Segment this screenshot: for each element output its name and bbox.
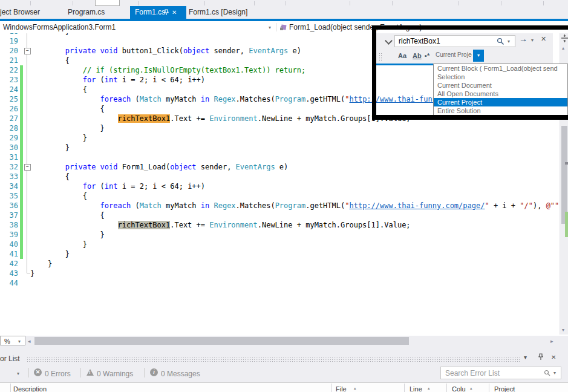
tab-form1-cs[interactable]: Form1.cs ✕ [130, 6, 186, 19]
fold-collapse-box[interactable]: − [24, 48, 31, 54]
code-text: { [30, 172, 70, 181]
code-line-35[interactable]: 35 { [0, 191, 568, 201]
line-number: 39 [0, 230, 18, 240]
column-header-line[interactable]: Line [410, 385, 422, 392]
change-tracking-bar [20, 240, 23, 249]
editor-bottom-bar: % ▾ ◂ ▸ [0, 336, 568, 346]
column-divider[interactable] [446, 384, 447, 392]
line-number: 38 [0, 220, 18, 230]
line-number: 29 [0, 133, 18, 143]
outline-margin-bend [27, 273, 30, 273]
line-number: 37 [0, 211, 18, 220]
change-tracking-bar [20, 65, 23, 75]
code-line-33[interactable]: 33 { [0, 172, 568, 181]
fold-collapse-box[interactable]: − [24, 164, 31, 171]
change-tracking-bar [20, 181, 23, 191]
line-number: 31 [0, 152, 18, 162]
code-line-30[interactable]: 30 } [0, 143, 568, 152]
chevron-down-icon[interactable]: ▾ [524, 354, 527, 361]
code-text: } [30, 123, 105, 133]
toolbar-separator [254, 1, 255, 5]
code-line-39[interactable]: 39 } [0, 230, 568, 240]
horizontal-scrollbar-thumb[interactable] [34, 337, 409, 345]
panel-title: or List [0, 354, 20, 363]
code-text: { [30, 85, 87, 94]
column-header-description[interactable]: Description [13, 385, 47, 392]
tab-form1-design[interactable]: Form1.cs [Design] [189, 6, 247, 19]
code-text: for (int i = 2; i < 64; i++) [30, 75, 205, 85]
scrollbar-caret-mark [565, 162, 568, 165]
code-line-42[interactable]: 42 } [0, 259, 568, 269]
error-list-column-headers: DescriptionFile▴Line▴Colu▴Project▴ [0, 382, 568, 392]
code-line-40[interactable]: 40 } [0, 240, 568, 249]
private-method-icon [279, 24, 287, 31]
navbar-divider [276, 23, 276, 31]
column-divider[interactable] [489, 384, 489, 392]
toolbar-separator [138, 1, 139, 5]
code-text: } [30, 249, 70, 259]
zoom-level-combo[interactable]: % ▾ [0, 336, 25, 345]
code-text: // if (string.IsNullOrEmpty(textBox1.Tex… [30, 65, 305, 75]
chevron-down-icon[interactable]: ▾ [17, 371, 19, 376]
chevron-down-icon[interactable]: ▾ [553, 370, 556, 376]
toolbar-separator [73, 1, 73, 5]
pin-icon[interactable] [538, 353, 544, 361]
messages-count[interactable]: 0 Messages [161, 370, 200, 378]
code-line-37[interactable]: 37 { [0, 211, 568, 220]
scroll-right-icon[interactable]: ▸ [550, 338, 553, 344]
type-dropdown[interactable]: WindowsFormsApplication3.Form1 [3, 23, 116, 31]
code-line-44[interactable]: 44 [0, 278, 568, 288]
change-tracking-bar [20, 211, 23, 220]
change-tracking-bar [20, 230, 23, 240]
tab-object-browser[interactable]: ject Browser [0, 6, 40, 19]
column-divider[interactable] [404, 384, 405, 392]
line-number: 27 [0, 114, 18, 123]
change-tracking-bar [20, 75, 23, 85]
code-line-28[interactable]: 28 } [0, 123, 568, 133]
line-number: 23 [0, 75, 18, 85]
chevron-down-icon[interactable]: ▾ [269, 25, 271, 30]
code-text: private void button1_Click(object sender… [30, 46, 301, 56]
annotation-rectangle [372, 25, 568, 120]
warnings-count[interactable]: 0 Warnings [97, 370, 133, 378]
code-line-34[interactable]: 34 for (int i = 2; i < 64; i++) [0, 181, 568, 191]
close-icon[interactable]: ✕ [551, 354, 556, 361]
magnifier-icon[interactable] [544, 370, 551, 377]
change-tracking-bar [20, 249, 23, 259]
line-number: 26 [0, 104, 18, 114]
column-header-file[interactable]: File [336, 385, 347, 392]
code-line-38[interactable]: 38 richTextBox1.Text += Environment.NewL… [0, 220, 568, 230]
change-tracking-bar [20, 152, 23, 162]
scroll-left-icon[interactable]: ◂ [28, 338, 31, 344]
scroll-down-icon[interactable]: ▾ [562, 327, 564, 333]
vertical-scrollbar-thumb[interactable] [561, 126, 567, 224]
code-line-36[interactable]: 36 foreach (Match myMatch in Regex.Match… [0, 201, 568, 211]
search-placeholder: Search Error List [445, 369, 500, 377]
document-tab-strip: ject Browser Program.cs Form1.cs ✕ Form1… [0, 6, 568, 19]
pin-icon[interactable] [163, 9, 169, 16]
scrollbar-change-mark [565, 212, 568, 237]
column-divider[interactable] [331, 384, 332, 392]
change-tracking-bar [20, 104, 23, 114]
change-tracking-bar [20, 114, 23, 123]
error-list-search-box[interactable]: Search Error List ▾ [440, 367, 561, 379]
column-divider[interactable] [10, 384, 11, 392]
toolbar-combo-partial[interactable] [95, 0, 120, 6]
code-line-29[interactable]: 29 } [0, 133, 568, 143]
code-line-32[interactable]: 32− private void Form1_Load(object sende… [0, 162, 568, 172]
code-line-31[interactable]: 31 [0, 152, 568, 162]
tab-program-cs[interactable]: Program.cs [68, 6, 105, 19]
code-line-41[interactable]: 41 } [0, 249, 568, 259]
change-tracking-bar [20, 220, 23, 230]
code-text: richTextBox1.Text += Environment.NewLine… [30, 220, 411, 230]
column-header-colu[interactable]: Colu [452, 385, 466, 392]
close-icon[interactable]: ✕ [172, 6, 177, 19]
errors-count[interactable]: 0 Errors [45, 370, 71, 378]
code-text: } [30, 259, 52, 269]
code-line-43[interactable]: 43} [0, 269, 568, 278]
chevron-down-icon[interactable]: ▾ [18, 339, 21, 344]
code-text: private void Form1_Load(object sender, E… [30, 162, 288, 172]
code-text: richTextBox1.Text += Environment.NewLine… [30, 114, 411, 123]
panel-drag-texture[interactable] [27, 357, 520, 362]
toolbar-separator [204, 1, 205, 5]
